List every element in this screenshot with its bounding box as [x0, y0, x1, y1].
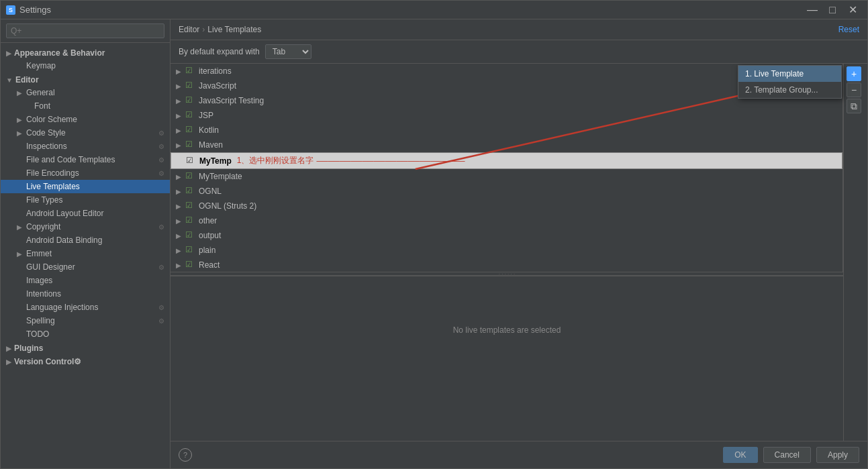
sidebar-item-androiddatabinding[interactable]: Android Data Binding [1, 233, 170, 247]
sidebar-item-languageinjections[interactable]: Language Injections ⚙ [1, 301, 170, 314]
template-group-other[interactable]: ▶ ☑ other [171, 213, 842, 228]
sidebar-item-label: File Types [26, 195, 62, 205]
template-group-maven[interactable]: ▶ ☑ Maven [171, 138, 842, 152]
sidebar-item-label: Editor [15, 75, 39, 85]
toolbar: By default expand with Tab Enter Space [171, 40, 867, 64]
sidebar-item-keymap[interactable]: Keymap [1, 59, 170, 72]
sidebar-item-font[interactable]: Font [1, 99, 170, 113]
sidebar-item-general[interactable]: ▶ General [1, 86, 170, 99]
sidebar-item-editor[interactable]: ▼ Editor [1, 72, 170, 86]
check-icon: ☑ [185, 215, 196, 226]
breadcrumb-editor: Editor [179, 25, 199, 34]
breadcrumb: Editor › Live Templates [179, 25, 261, 34]
settings-icon: ⚙ [158, 129, 164, 137]
sidebar-item-label: Live Templates [26, 182, 80, 191]
settings-icon: ⚙ [158, 156, 164, 164]
copy-button[interactable]: ⧉ [847, 99, 861, 113]
sidebar-item-filetypes[interactable]: File Types [1, 193, 170, 207]
sidebar-item-intentions[interactable]: Intentions [1, 287, 170, 301]
check-icon: ☑ [185, 95, 196, 106]
settings-icon: ⚙ [158, 170, 164, 177]
check-icon: ☑ [185, 66, 196, 76]
sidebar-item-fileandcode[interactable]: File and Code Templates ⚙ [1, 153, 170, 166]
sidebar-item-livetemplates[interactable]: Live Templates [1, 180, 170, 193]
footer: ? OK Cancel Apply [171, 441, 867, 468]
sidebar-item-emmet[interactable]: ▶ Emmet [1, 247, 170, 260]
breadcrumb-livetemplates: Live Templates [207, 25, 261, 34]
check-icon: ☑ [185, 140, 196, 150]
expand-select[interactable]: Tab Enter Space [265, 44, 311, 59]
group-name: MyTemplate [199, 172, 242, 181]
sidebar-item-label: Keymap [26, 61, 56, 70]
sidebar-item-fileencodings[interactable]: File Encodings ⚙ [1, 166, 170, 180]
template-group-output[interactable]: ▶ ☑ output [171, 228, 842, 243]
sidebar-item-colorscheme[interactable]: ▶ Color Scheme [1, 113, 170, 126]
template-group-mytemplate[interactable]: ▶ ☑ MyTemplate [171, 169, 842, 184]
apply-button[interactable]: Apply [816, 447, 859, 463]
sidebar-item-versioncontrol[interactable]: ▶ Version Control ⚙ [1, 354, 170, 368]
search-input[interactable] [6, 23, 164, 38]
main-panel: Editor › Live Templates Reset By default… [171, 19, 867, 468]
check-icon: ☑ [186, 156, 197, 166]
window-title: Settings [19, 5, 803, 15]
empty-message: No live templates are selected [453, 325, 561, 335]
dropdown-item-templategroup[interactable]: 2. Template Group... [738, 82, 841, 98]
main-content: ▶ Appearance & Behavior Keymap ▼ Editor … [1, 19, 867, 468]
add-button[interactable]: + [847, 66, 861, 81]
sidebar-item-label: Plugins [14, 344, 43, 353]
sidebar-item-plugins[interactable]: ▶ Plugins [1, 341, 170, 354]
arrow-icon: ▶ [6, 345, 11, 352]
group-name: JavaScript [199, 81, 236, 91]
maximize-button[interactable]: □ [823, 1, 842, 19]
sidebar-item-appearance[interactable]: ▶ Appearance & Behavior [1, 46, 170, 59]
settings-icon: ⚙ [74, 357, 81, 366]
group-name: Maven [199, 140, 223, 150]
help-button[interactable]: ? [179, 448, 192, 462]
sidebar-item-inspections[interactable]: Inspections ⚙ [1, 140, 170, 153]
sidebar-item-label: Appearance & Behavior [14, 48, 105, 58]
close-button[interactable]: ✕ [843, 1, 862, 19]
settings-icon: ⚙ [158, 317, 164, 325]
arrow-icon: ▼ [6, 76, 13, 84]
breadcrumb-separator: › [202, 25, 205, 34]
template-group-ognl[interactable]: ▶ ☑ OGNL [171, 184, 842, 199]
settings-window: S Settings — □ ✕ ▶ Appearance & Behavior [0, 0, 868, 469]
cancel-button[interactable]: Cancel [763, 447, 811, 463]
expand-icon: ▶ [176, 247, 185, 254]
template-group-mytemp[interactable]: ☑ MyTemp 1、选中刚刚设置名字 ────────────────────… [171, 152, 842, 169]
sidebar-item-guidesigner[interactable]: GUI Designer ⚙ [1, 260, 170, 274]
sidebar-item-label: Version Control [14, 357, 74, 366]
arrow-icon: ▶ [17, 223, 25, 231]
title-bar: S Settings — □ ✕ [1, 1, 867, 19]
main-header: Editor › Live Templates Reset [171, 19, 867, 40]
template-group-jsp[interactable]: ▶ ☑ JSP [171, 108, 842, 123]
template-group-react[interactable]: ▶ ☑ React [171, 258, 842, 272]
settings-icon: ⚙ [158, 264, 164, 271]
ok-button[interactable]: OK [723, 447, 757, 463]
sidebar-item-label: Inspections [26, 142, 67, 151]
group-name: OGNL (Struts 2) [199, 201, 256, 211]
settings-icon: ⚙ [158, 143, 164, 150]
sidebar-item-label: Intentions [26, 289, 61, 299]
dropdown-menu: 1. Live Template 2. Template Group... [738, 65, 842, 99]
sidebar-item-todo[interactable]: TODO [1, 327, 170, 341]
reset-link[interactable]: Reset [838, 25, 859, 34]
dropdown-item-livetemplate[interactable]: 1. Live Template [738, 66, 841, 82]
right-action-bar: + − ⧉ 1. Live Template [843, 64, 867, 441]
expand-label: By default expand with [179, 47, 260, 56]
sidebar-item-spelling[interactable]: Spelling ⚙ [1, 314, 170, 327]
sidebar-item-androidlayout[interactable]: Android Layout Editor [1, 207, 170, 220]
template-group-plain[interactable]: ▶ ☑ plain [171, 243, 842, 258]
sidebar-item-copyright[interactable]: ▶ Copyright ⚙ [1, 220, 170, 233]
template-group-ognlstruts[interactable]: ▶ ☑ OGNL (Struts 2) [171, 199, 842, 213]
template-group-kotlin[interactable]: ▶ ☑ Kotlin [171, 123, 842, 138]
bottom-panel: No live templates are selected [171, 276, 843, 383]
sidebar-item-codestyle[interactable]: ▶ Code Style ⚙ [1, 126, 170, 140]
arrow-icon: ▶ [6, 358, 11, 366]
expand-icon: ▶ [176, 142, 185, 149]
remove-button[interactable]: − [847, 83, 861, 97]
check-icon: ☑ [185, 201, 196, 211]
minimize-button[interactable]: — [803, 1, 822, 19]
sidebar-item-images[interactable]: Images [1, 274, 170, 287]
check-icon: ☑ [185, 186, 196, 197]
